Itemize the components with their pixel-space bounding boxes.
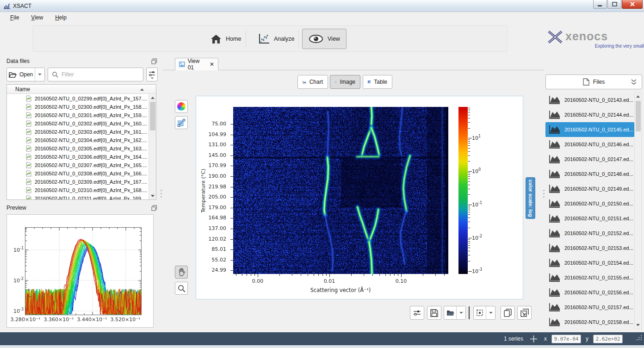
file-item[interactable]: 20160502-NTU_0_02152.ed...	[545, 226, 634, 241]
colorbar-tick	[468, 173, 470, 173]
file-row[interactable]: 20160502-NTU_0_02304.edf{0}_AzInt_Px_162…	[7, 136, 149, 144]
right-list-scrollbar[interactable]	[634, 93, 642, 329]
file-item[interactable]: 20160502-NTU_0_02158.ed...	[545, 315, 634, 329]
file-item[interactable]: 20160502-NTU_0_02148.ed...	[545, 167, 634, 181]
menu-file[interactable]: File	[6, 13, 24, 22]
file-row[interactable]: 20160502-NTU_0_02307.edf{0}_AzInt_Px_165…	[7, 161, 149, 169]
tab-close-icon[interactable]: ✕	[210, 62, 214, 67]
colorbar-tick	[468, 185, 470, 185]
app-window: x XSACT File View Help Home Analyze View…	[0, 0, 644, 348]
splitter-handle[interactable]	[160, 187, 162, 199]
files-header-button[interactable]: Files	[545, 75, 642, 89]
file-item[interactable]: 20160502-NTU_0_02143.ed...	[545, 93, 634, 107]
filter-options-button[interactable]	[146, 68, 158, 81]
file-item[interactable]: 20160502-NTU_0_02151.ed...	[545, 211, 634, 226]
file-item[interactable]: 20160502-NTU_0_02149.ed...	[545, 181, 634, 196]
area-chart-icon	[549, 95, 561, 105]
snapshot-button[interactable]	[474, 309, 486, 317]
colorbar-tick	[468, 145, 470, 146]
file-row[interactable]: 20160502-NTU_0_02300.edf{0}_AzInt_Px_158…	[7, 103, 149, 111]
scroll-down-button[interactable]	[635, 322, 641, 329]
float-panel-icon[interactable]	[151, 58, 157, 64]
scrollbar-thumb[interactable]	[150, 102, 155, 130]
file-item-selected[interactable]: 20160502-NTU_0_02145.ed...	[545, 122, 634, 137]
file-item[interactable]: 20160502-NTU_0_02153.ed...	[545, 241, 634, 255]
file-row[interactable]: 20160502-NTU_0_02310.edf{0}_AzInt_Px_168…	[7, 186, 149, 194]
table-mode-button[interactable]: Table	[363, 75, 392, 89]
snapshot-dropdown-button[interactable]	[486, 306, 495, 319]
file-item[interactable]: 20160502-NTU_0_02147.ed...	[545, 152, 634, 167]
x-tick	[401, 274, 402, 277]
file-list-scrollbar[interactable]	[149, 94, 156, 199]
y-tick-label: 219.98	[196, 184, 229, 190]
y-tick-label: 24.99	[196, 267, 229, 273]
preview-chart[interactable]	[25, 227, 142, 315]
menu-help[interactable]: Help	[50, 13, 71, 22]
colormap-button[interactable]	[175, 100, 188, 113]
tracker-crosshair-icon[interactable]	[530, 335, 538, 343]
splitter-handle[interactable]	[543, 187, 545, 199]
menu-view[interactable]: View	[26, 13, 48, 22]
scrollbar-thumb[interactable]	[636, 101, 641, 131]
file-row[interactable]: 20160502-NTU_0_02311.edf{0}_AzInt_Px_169…	[7, 194, 149, 199]
zoom-button[interactable]	[175, 282, 188, 295]
file-row[interactable]: 20160502-NTU_0_02305.edf{0}_AzInt_Px_163…	[7, 144, 149, 153]
toolbar-divider	[469, 306, 470, 319]
file-item[interactable]: 20160502-NTU_0_02150.ed...	[545, 196, 634, 211]
tab-view-01[interactable]: View 01 ✕	[175, 58, 218, 70]
nav-home-button[interactable]: Home	[204, 29, 248, 49]
close-button[interactable]	[622, 0, 643, 9]
doc-chart-icon	[26, 154, 31, 160]
float-panel-icon[interactable]	[151, 205, 157, 211]
file-row[interactable]: 20160502-NTU_0_02302.edf{0}_AzInt_Px_160…	[7, 119, 149, 128]
pan-button[interactable]	[175, 266, 188, 279]
file-row[interactable]: 20160502-NTU_0_02308.edf{0}_AzInt_Px_166…	[7, 169, 149, 178]
area-chart-icon	[549, 169, 561, 179]
scroll-up-button[interactable]	[149, 94, 156, 101]
file-item[interactable]: 20160502-NTU_0_02157.ed...	[545, 300, 634, 315]
scroll-down-button[interactable]	[149, 193, 156, 199]
name-column-header[interactable]: Name	[7, 85, 156, 94]
save-button[interactable]	[427, 306, 441, 320]
resize-grip-icon[interactable]	[636, 334, 642, 341]
levels-button[interactable]	[175, 116, 188, 129]
title-bar: x XSACT	[0, 0, 644, 12]
open-button[interactable]: Open	[7, 68, 35, 81]
x-tick	[301, 274, 301, 276]
window-bottom-edge	[0, 345, 644, 348]
file-row[interactable]: 20160502-NTU_0_02306.edf{0}_AzInt_Px_164…	[7, 153, 149, 161]
file-item[interactable]: 20160502-NTU_0_02144.ed...	[545, 107, 634, 122]
folder-dropdown-button[interactable]	[456, 306, 465, 319]
y-coordinate-label: y	[586, 336, 588, 342]
minimize-button[interactable]	[593, 0, 607, 9]
scroll-up-button[interactable]	[635, 93, 641, 100]
color-scale-button[interactable]: color scale: log	[526, 177, 535, 219]
colorbar-tick	[468, 214, 470, 215]
chart-mode-button[interactable]: Chart	[297, 75, 328, 89]
maximize-button[interactable]	[607, 0, 621, 9]
nav-view-button[interactable]: View	[302, 29, 347, 49]
doc-chart-icon	[26, 137, 31, 143]
file-item[interactable]: 20160502-NTU_0_02146.ed...	[545, 137, 634, 152]
y-tick-label: 190.00	[196, 173, 229, 179]
heatmap-image[interactable]	[233, 107, 448, 274]
file-item[interactable]: 20160502-NTU_0_02155.ed...	[545, 270, 634, 285]
file-name: 20160502-NTU_0_02153.ed...	[564, 245, 633, 251]
image-mode-button[interactable]: Image	[330, 75, 360, 89]
export-settings-button[interactable]	[410, 306, 424, 320]
file-row[interactable]: 20160502-NTU_0_02299.edf{0}_AzInt_Px_157…	[7, 94, 149, 103]
open-folder-button[interactable]	[444, 310, 456, 317]
file-item[interactable]: 20160502-NTU_0_02154.ed...	[545, 255, 634, 270]
filter-input[interactable]	[62, 71, 139, 78]
open-dropdown-button[interactable]	[35, 68, 44, 81]
nav-analyze-button[interactable]: Analyze	[251, 29, 301, 49]
file-row[interactable]: 20160502-NTU_0_02303.edf{0}_AzInt_Px_161…	[7, 128, 149, 136]
file-row[interactable]: 20160502-NTU_0_02309.edf{0}_AzInt_Px_167…	[7, 178, 149, 186]
y-tick-label: 205.00	[196, 194, 229, 200]
file-row[interactable]: 20160502-NTU_0_02301.edf{0}_AzInt_Px_159…	[7, 111, 149, 119]
copy-button[interactable]	[501, 306, 515, 320]
file-item[interactable]: 20160502-NTU_0_02156.ed...	[545, 285, 634, 300]
file-name: 20160502-NTU_0_02299.edf{0}_AzInt_Px_157…	[35, 96, 147, 101]
file-name: 20160502-NTU_0_02145.ed...	[564, 127, 633, 132]
send-to-button[interactable]	[517, 306, 532, 320]
